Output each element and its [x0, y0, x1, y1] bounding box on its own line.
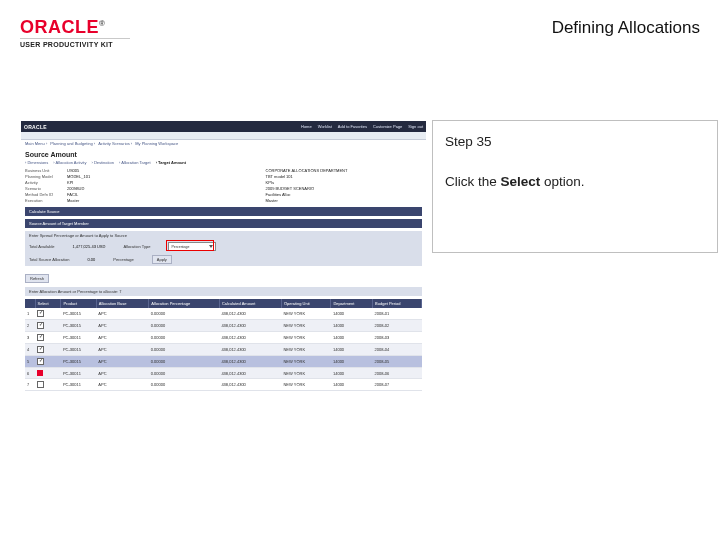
app-top-menus: HomeWorklistAdd to FavoritesCustomize Pa…	[301, 124, 423, 129]
form-pair: ExecutionMaster	[25, 198, 224, 203]
cell-product: PC-30011	[61, 379, 96, 391]
cell-product: PC-30015	[61, 308, 96, 320]
cell-pct: 0.00000	[149, 368, 220, 379]
cell-amount: 438,012.4300	[219, 320, 281, 332]
table-row[interactable]: 6PC-30011APC0.00000438,012.4300NEW YORK1…	[25, 368, 422, 379]
cell-amount: 438,012.4300	[219, 308, 281, 320]
breadcrumb-item[interactable]: Planning and Budgeting ›	[50, 141, 95, 146]
total-source-alloc-label: Total Source Allocation	[29, 257, 69, 262]
column-header[interactable]: Budget Period	[373, 299, 422, 308]
band-source-amount: Source Amount of Target Member	[25, 219, 422, 228]
table-row[interactable]: 2PC-30015APC0.00000438,012.4300NEW YORK1…	[25, 320, 422, 332]
tab-item[interactable]: › Allocation Activity	[53, 160, 86, 165]
column-header[interactable]: Department	[331, 299, 373, 308]
cell-pct: 0.00000	[149, 308, 220, 320]
cell-period: 2008-03	[373, 332, 422, 344]
cell-period: 2008-04	[373, 344, 422, 356]
breadcrumb-item[interactable]: Activity Scenarios ›	[98, 141, 132, 146]
cell-ou: NEW YORK	[281, 368, 331, 379]
row-checkbox[interactable]	[37, 381, 44, 388]
percentage-label: Percentage	[113, 257, 133, 262]
field-value: TBT model 101	[266, 174, 293, 179]
field-label	[224, 180, 266, 185]
refresh-button[interactable]: Refresh	[25, 274, 49, 283]
table-row[interactable]: 3PC-30011APC0.00000438,012.4300NEW YORK1…	[25, 332, 422, 344]
column-header[interactable]: Select	[35, 299, 61, 308]
row-checkbox[interactable]	[37, 346, 44, 353]
cell-period: 2008-05	[373, 356, 422, 368]
cell-period: 2008-06	[373, 368, 422, 379]
instruction-text: Click the Select option.	[445, 171, 705, 193]
table-row[interactable]: 4PC-30015APC0.00000438,012.4300NEW YORK1…	[25, 344, 422, 356]
field-value: Master	[266, 198, 278, 203]
field-label	[224, 192, 266, 197]
table-row[interactable]: 7PC-30011APC0.00000438,012.4300NEW YORK1…	[25, 379, 422, 391]
allocation-grid: SelectProductAllocation BaseAllocation P…	[25, 299, 422, 391]
field-value: 2009 BUDGET SCENARIO	[266, 186, 315, 191]
top-menu-item[interactable]: Add to Favorites	[338, 124, 367, 129]
total-available-label: Total Available	[29, 244, 55, 249]
field-value: KPIs	[266, 180, 274, 185]
cell-period: 2008-02	[373, 320, 422, 332]
form-pair: ActivityKPI	[25, 180, 224, 185]
field-value: CORPORATE ALLOCATIONS DEPARTMENT	[266, 168, 348, 173]
top-menu-item[interactable]: Worklist	[318, 124, 332, 129]
form-pair: Planning ModelMODEL_101	[25, 174, 224, 179]
field-value: 2009BUD	[67, 186, 84, 191]
cell-base: APC	[96, 344, 148, 356]
cell-product: PC-30015	[61, 320, 96, 332]
cell-amount: 438,012.4300	[219, 332, 281, 344]
cell-amount: 438,012.4300	[219, 356, 281, 368]
oracle-logo: ORACLE®	[20, 17, 105, 37]
row-num: 1	[25, 308, 35, 320]
summary-caption: Enter Spread Percentage or Amount to App…	[25, 231, 422, 240]
row-num: 4	[25, 344, 35, 356]
field-label: Method Defn ID	[25, 192, 67, 197]
apply-button[interactable]: Apply	[152, 255, 172, 264]
tab-item[interactable]: › Allocation Target	[119, 160, 151, 165]
top-menu-item[interactable]: Home	[301, 124, 312, 129]
field-label	[224, 198, 266, 203]
top-menu-item[interactable]: Customize Page	[373, 124, 402, 129]
cell-period: 2008-07	[373, 379, 422, 391]
cell-base: APC	[96, 368, 148, 379]
tab-item[interactable]: › Dimensions	[25, 160, 48, 165]
cell-ou: NEW YORK	[281, 379, 331, 391]
breadcrumb-item[interactable]: Main Menu ›	[25, 141, 47, 146]
table-row[interactable]: 1PC-30015APC0.00000438,012.4300NEW YORK1…	[25, 308, 422, 320]
error-icon	[37, 370, 43, 376]
form-pair: TBT model 101	[224, 174, 423, 179]
row-checkbox[interactable]	[37, 310, 44, 317]
embedded-screenshot: ORACLE HomeWorklistAdd to FavoritesCusto…	[20, 120, 427, 397]
summary-row: Total Available 1,477,025.43 USD Allocat…	[25, 240, 422, 253]
cell-ou: NEW YORK	[281, 332, 331, 344]
row-checkbox[interactable]	[37, 334, 44, 341]
row-checkbox[interactable]	[37, 322, 44, 329]
cell-dept: 14000	[331, 332, 373, 344]
column-header[interactable]: Operating Unit	[281, 299, 331, 308]
row-num: 6	[25, 368, 35, 379]
oracle-logo-block: ORACLE® USER PRODUCTIVITY KIT	[20, 18, 130, 48]
field-label	[224, 186, 266, 191]
tab-item[interactable]: › Destination	[91, 160, 113, 165]
cell-pct: 0.00000	[149, 379, 220, 391]
column-header[interactable]: Allocation Base	[96, 299, 148, 308]
instruction-panel: Step 35 Click the Select option.	[432, 120, 718, 253]
field-value: US005	[67, 168, 79, 173]
field-value: MODEL_101	[67, 174, 90, 179]
breadcrumb-item[interactable]: My Planning Workspace	[135, 141, 178, 146]
cell-dept: 14000	[331, 368, 373, 379]
column-header[interactable]: Product	[61, 299, 96, 308]
top-menu-item[interactable]: Sign out	[408, 124, 423, 129]
field-value: Master	[67, 198, 79, 203]
tab-item[interactable]: › Target Amount	[156, 160, 186, 165]
cell-period: 2008-01	[373, 308, 422, 320]
table-row[interactable]: 5PC-30015APC0.00000438,012.4300NEW YORK1…	[25, 356, 422, 368]
column-header[interactable]: Calculated Amount	[219, 299, 281, 308]
row-checkbox[interactable]	[37, 358, 44, 365]
cell-ou: NEW YORK	[281, 356, 331, 368]
app-subbar	[21, 132, 426, 140]
field-label: Execution	[25, 198, 67, 203]
column-header[interactable]	[25, 299, 35, 308]
column-header[interactable]: Allocation Percentage	[149, 299, 220, 308]
